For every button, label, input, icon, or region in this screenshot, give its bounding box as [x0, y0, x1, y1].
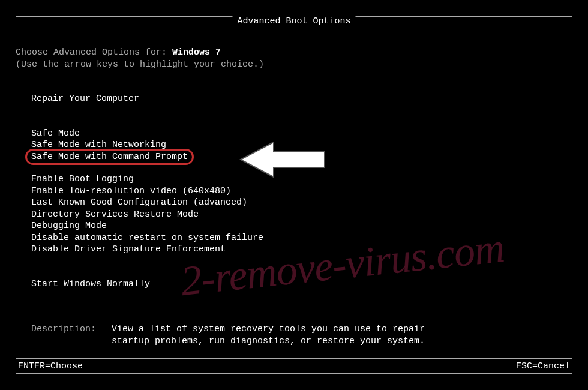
option-lkgc[interactable]: Last Known Good Configuration (advanced): [16, 197, 572, 209]
os-name: Windows 7: [172, 47, 221, 58]
option-safe-mode-networking[interactable]: Safe Mode with Networking: [16, 139, 572, 151]
footer-enter: ENTER=Choose: [18, 361, 83, 373]
option-no-sig[interactable]: Disable Driver Signature Enforcement: [16, 244, 572, 256]
option-no-auto-restart[interactable]: Disable automatic restart on system fail…: [16, 232, 572, 244]
option-safe-mode[interactable]: Safe Mode: [16, 128, 572, 140]
description-label: Description:: [16, 323, 112, 347]
option-start-normally[interactable]: Start Windows Normally: [16, 278, 572, 290]
option-safe-mode-cmd-label: Safe Mode with Command Prompt: [31, 152, 188, 162]
option-low-res[interactable]: Enable low-resolution video (640x480): [16, 185, 572, 197]
title-bar: Advanced Boot Options: [16, 16, 572, 17]
content-area: Choose Advanced Options for: Windows 7 (…: [16, 17, 572, 347]
option-safe-mode-cmd[interactable]: Safe Mode with Command Prompt: [16, 151, 572, 163]
option-dsrm[interactable]: Directory Services Restore Mode: [16, 209, 572, 221]
description-row: Description: View a list of system recov…: [16, 323, 572, 347]
option-debug[interactable]: Debugging Mode: [16, 220, 572, 232]
option-repair[interactable]: Repair Your Computer: [16, 93, 572, 105]
footer-esc: ESC=Cancel: [516, 361, 570, 373]
option-boot-logging[interactable]: Enable Boot Logging: [16, 173, 572, 185]
boot-screen-frame: Advanced Boot Options Choose Advanced Op…: [16, 16, 572, 374]
description-text: View a list of system recovery tools you…: [112, 323, 448, 347]
choose-line: Choose Advanced Options for: Windows 7: [16, 47, 572, 59]
page-title: Advanced Boot Options: [232, 16, 355, 28]
choose-prefix: Choose Advanced Options for:: [16, 47, 172, 58]
footer-bar: ENTER=Choose ESC=Cancel: [16, 358, 572, 375]
hint-line: (Use the arrow keys to highlight your ch…: [16, 59, 572, 71]
